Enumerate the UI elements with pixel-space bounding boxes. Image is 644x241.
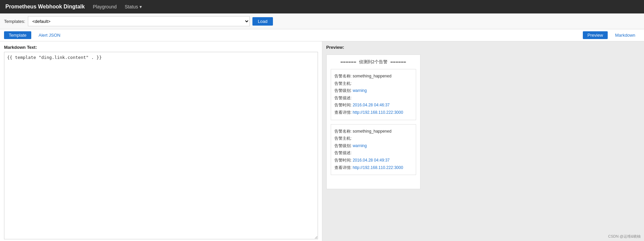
alert2-desc: 告警描述: <box>334 149 412 157</box>
alert1-level: 告警级别: warning <box>334 87 412 95</box>
alert1-name: 告警名称: something_happened <box>334 73 412 80</box>
alert1-time: 告警时间: 2016.04.28 04:46:37 <box>334 102 412 109</box>
alert-card-1: 告警名称: something_happened 告警主机: 告警级别: war… <box>331 69 416 120</box>
templates-select[interactable]: <default> <box>28 16 250 26</box>
main-content: Markdown Text: Preview: ====== 侦测到2个告警 =… <box>0 41 644 241</box>
alert2-level: 告警级别: warning <box>334 142 412 150</box>
preview-area: ====== 侦测到2个告警 ====== 告警名称: something_ha… <box>326 55 420 189</box>
alert2-host: 告警主机: <box>334 135 412 142</box>
alert2-name: 告警名称: something_happened <box>334 128 412 135</box>
tab-template[interactable]: Template <box>4 31 31 39</box>
navbar: Prometheus Webhook Dingtalk Playground S… <box>0 0 644 13</box>
tab-preview[interactable]: Preview <box>583 31 608 39</box>
load-button[interactable]: Load <box>252 17 273 26</box>
navbar-link-status[interactable]: Status ▾ <box>125 4 142 9</box>
right-panel: Preview: ====== 侦测到2个告警 ====== 告警名称: som… <box>322 41 644 241</box>
left-panel: Markdown Text: <box>0 41 322 241</box>
alert1-host: 告警主机: <box>334 80 412 88</box>
preview-title: Preview: <box>326 45 344 50</box>
top-bar: Templates: <default> Load <box>0 13 644 29</box>
footer-credit: CSDN @运维&晓柚 <box>608 234 641 239</box>
preview-header: ====== 侦测到2个告警 ====== <box>331 59 416 65</box>
alert-card-2: 告警名称: something_happened 告警主机: 告警级别: war… <box>331 124 416 175</box>
navbar-link-playground[interactable]: Playground <box>93 4 117 9</box>
alert2-time: 告警时间: 2016.04.28 04:49:37 <box>334 157 412 164</box>
alert2-link: 查看详情: http://192.168.110.222:3000 <box>334 164 412 172</box>
alert1-link: 查看详情: http://192.168.110.222:3000 <box>334 109 412 116</box>
navbar-brand: Prometheus Webhook Dingtalk <box>5 4 85 10</box>
tab-bar: Template Alert JSON Preview Markdown <box>0 29 644 41</box>
tab-markdown[interactable]: Markdown <box>610 31 640 39</box>
markdown-textarea[interactable] <box>4 52 318 239</box>
markdown-text-title: Markdown Text: <box>4 45 318 50</box>
tab-alert-json[interactable]: Alert JSON <box>34 31 65 39</box>
right-top-bar: Preview: <box>326 45 640 52</box>
alert1-desc: 告警描述: <box>334 95 412 102</box>
templates-label: Templates: <box>4 19 25 24</box>
